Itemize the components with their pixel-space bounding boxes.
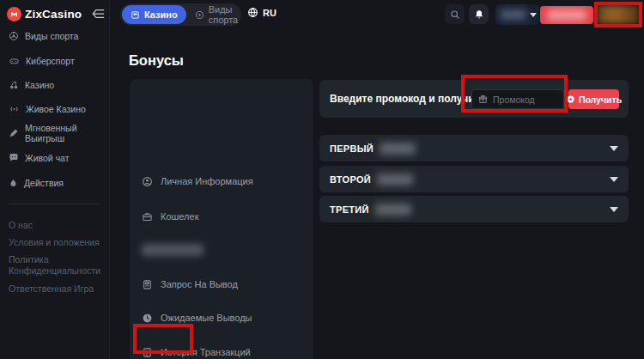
menu-item-label: История Транзакций xyxy=(161,347,251,357)
accordion-label: ТРЕТИЙ xyxy=(330,204,369,215)
clock-icon xyxy=(142,313,153,324)
accordion-second-deposit[interactable]: ВТОРОЙ xyxy=(319,166,629,192)
accordion-third-deposit[interactable]: ТРЕТИЙ xyxy=(319,196,629,222)
footer-link-privacy[interactable]: Политика Конфиденциальности xyxy=(9,254,103,277)
accordion-suffix-redacted xyxy=(377,173,413,186)
menu-item-label-redacted xyxy=(142,244,204,256)
profile-menu-panel: Личная Информация Кошелек Запрос На Выво… xyxy=(130,79,313,359)
avatar-image-redacted xyxy=(598,5,639,24)
sidebar-divider xyxy=(9,204,100,204)
language-label: RU xyxy=(263,8,276,18)
notifications-button[interactable] xyxy=(469,4,489,24)
rocket-icon xyxy=(9,128,19,138)
menu-item-label: Кошелек xyxy=(161,211,198,222)
brand-name: ZixCasino xyxy=(25,8,82,21)
sidebar-item-label: Казино xyxy=(25,80,54,90)
cherries-icon xyxy=(9,80,19,90)
sidebar: ZixCasino Виды спорта Киберспорт Казино … xyxy=(0,0,110,359)
footer-link-responsible-gaming[interactable]: Ответственная Игра xyxy=(9,283,103,295)
user-icon xyxy=(142,176,153,187)
menu-item-withdraw-request[interactable]: Запрос На Вывод xyxy=(130,268,313,301)
promo-code-field xyxy=(471,89,564,109)
chat-icon xyxy=(9,153,19,163)
menu-item-label: Личная Информация xyxy=(161,176,253,186)
footer-link-terms[interactable]: Условия и положения xyxy=(9,237,103,248)
promo-submit-label: Получить xyxy=(579,94,622,105)
sidebar-item-label: Виды спорта xyxy=(25,31,78,41)
sidebar-item-esports[interactable]: Киберспорт xyxy=(0,49,110,73)
tab-label: Виды спорта xyxy=(209,4,238,25)
accordion-suffix-redacted xyxy=(375,204,411,216)
sidebar-item-actions[interactable]: Действия xyxy=(0,171,110,195)
accordion-suffix-redacted xyxy=(380,143,416,155)
sidebar-item-label: Живой чат xyxy=(25,153,70,163)
search-button[interactable] xyxy=(445,4,465,24)
search-icon xyxy=(450,9,460,20)
droplet-icon xyxy=(9,178,18,188)
page-title: Бонусы xyxy=(129,52,184,69)
atm-icon xyxy=(142,279,153,290)
top-nav-tabs: Казино Виды спорта xyxy=(120,3,241,26)
gamepad-icon xyxy=(9,56,20,66)
balance-dropdown[interactable] xyxy=(495,4,539,25)
chevron-down-icon xyxy=(530,13,537,17)
menu-item-wallet[interactable]: Кошелек xyxy=(130,200,313,233)
sports-ball-icon xyxy=(9,31,19,41)
sidebar-collapse-icon[interactable] xyxy=(92,9,105,19)
sidebar-item-live-casino[interactable]: Живое Казино xyxy=(0,97,110,121)
menu-item-personal-info[interactable]: Личная Информация xyxy=(130,165,313,198)
tab-label: Казино xyxy=(144,9,178,20)
balance-value-redacted xyxy=(501,9,526,20)
live-casino-icon xyxy=(9,104,20,114)
tab-sports[interactable]: Виды спорта xyxy=(186,5,246,24)
logo[interactable]: ZixCasino xyxy=(7,5,105,22)
menu-item-redacted[interactable] xyxy=(130,234,313,266)
slot-machine-icon xyxy=(131,10,140,20)
flame-icon xyxy=(7,7,21,21)
accordion-first-deposit[interactable]: ПЕРВЫЙ xyxy=(319,135,629,161)
sports-ball-icon xyxy=(195,10,204,20)
deposit-button[interactable] xyxy=(540,6,593,24)
chevron-down-icon xyxy=(610,146,618,151)
sidebar-item-label: Мгновенный Выигрыш xyxy=(25,123,110,143)
gift-icon xyxy=(478,94,488,104)
promo-code-bar: Введите промокод и получите бонус Получи… xyxy=(319,80,629,118)
chevron-down-icon xyxy=(610,177,618,182)
promo-submit-button[interactable]: Получить xyxy=(568,89,619,109)
avatar[interactable] xyxy=(594,2,642,27)
menu-item-transaction-history[interactable]: История Транзакций xyxy=(130,336,313,359)
bell-icon xyxy=(474,9,484,20)
language-selector[interactable]: RU xyxy=(247,7,276,18)
sidebar-item-label: Действия xyxy=(24,178,64,188)
sidebar-item-live-chat[interactable]: Живой чат xyxy=(0,146,110,170)
sidebar-item-casino[interactable]: Казино xyxy=(0,73,110,97)
deposit-label-redacted xyxy=(547,9,586,21)
menu-item-pending-withdrawals[interactable]: Ожидаемые Выводы xyxy=(130,301,313,334)
chevron-down-icon xyxy=(610,207,618,212)
footer-link-about[interactable]: О нас xyxy=(9,220,103,231)
accordion-label: ПЕРВЫЙ xyxy=(330,143,374,154)
wallet-icon xyxy=(142,211,153,222)
sidebar-item-label: Киберспорт xyxy=(26,56,75,66)
sidebar-item-sports[interactable]: Виды спорта xyxy=(0,24,110,48)
globe-icon xyxy=(247,7,258,18)
menu-item-label: Ожидаемые Выводы xyxy=(161,313,252,323)
menu-item-label: Запрос На Вывод xyxy=(161,279,238,289)
sidebar-item-instant-win[interactable]: Мгновенный Выигрыш xyxy=(0,121,110,145)
accordion-label: ВТОРОЙ xyxy=(330,174,371,185)
plus-circle-icon xyxy=(566,94,575,104)
document-icon xyxy=(142,347,153,358)
promo-code-input[interactable] xyxy=(488,94,563,105)
tab-casino[interactable]: Казино xyxy=(122,5,186,24)
sidebar-item-label: Живое Казино xyxy=(26,104,86,114)
